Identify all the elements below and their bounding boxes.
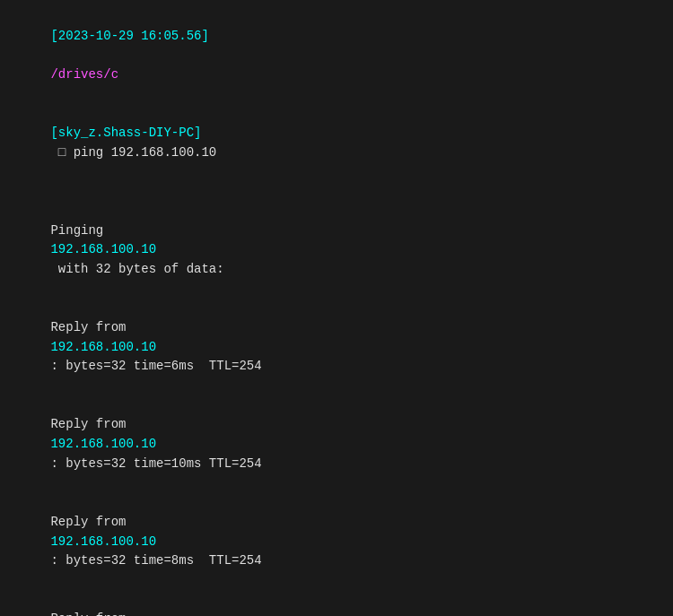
pinging-line: Pinging 192.168.100.10 with 32 bytes of … (5, 202, 668, 299)
reply-2: Reply from 192.168.100.10 : bytes=32 tim… (5, 396, 668, 493)
path-1: /drives/c (50, 67, 118, 82)
reply-3: Reply from 192.168.100.10 : bytes=32 tim… (5, 493, 668, 590)
terminal: [2023-10-29 16:05.56] /drives/c [sky_z.S… (0, 0, 673, 616)
reply-1: Reply from 192.168.100.10 : bytes=32 tim… (5, 299, 668, 395)
prompt-1: [sky_z.Shass-DIY-PC] (50, 126, 201, 140)
prompt-cmd-1: [sky_z.Shass-DIY-PC] □ ping 192.168.100.… (5, 104, 668, 182)
timestamp-1: [2023-10-29 16:05.56] (50, 29, 208, 43)
blank-1 (5, 182, 668, 202)
reply-4: Reply from 192.168.100.10 : bytes=32 tim… (5, 591, 668, 616)
timestamp-line-1: [2023-10-29 16:05.56] /drives/c (5, 7, 668, 104)
ping-section: [2023-10-29 16:05.56] /drives/c [sky_z.S… (5, 7, 668, 616)
